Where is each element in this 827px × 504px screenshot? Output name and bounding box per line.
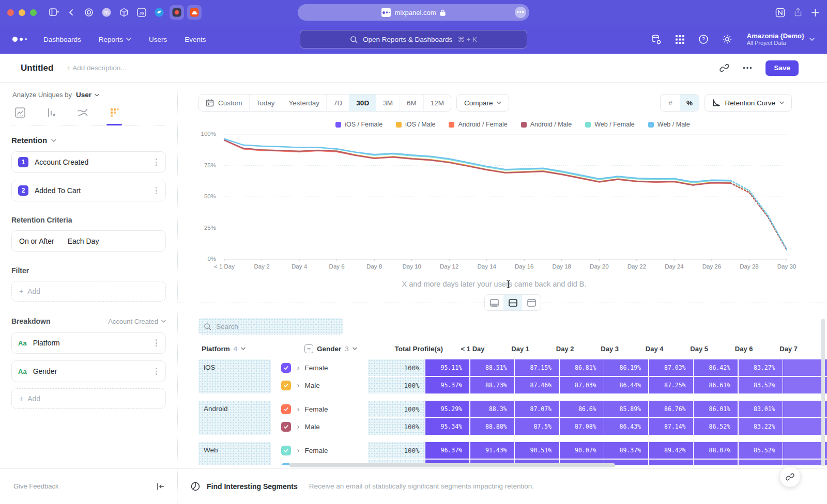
copy-link-icon[interactable] <box>719 63 729 73</box>
legend-item[interactable]: iOS / Male <box>396 121 435 128</box>
retention-value-cell[interactable] <box>783 418 827 435</box>
platform-cell[interactable]: iOS <box>198 359 271 393</box>
day-column-header[interactable]: Day 5 <box>672 345 716 353</box>
share-link-fab[interactable] <box>780 467 800 487</box>
retention-value-cell[interactable]: 88.51% <box>470 359 514 376</box>
count-mode-button[interactable]: # <box>661 94 680 111</box>
expand-chevron-icon[interactable]: › <box>297 446 300 454</box>
range-6m[interactable]: 6M <box>400 94 423 111</box>
retention-value-cell[interactable] <box>783 377 827 393</box>
share-icon[interactable] <box>793 7 803 18</box>
retention-value-cell[interactable]: 87.15% <box>515 359 559 376</box>
retention-value-cell[interactable]: 88.88% <box>470 418 514 435</box>
tab-insights[interactable] <box>14 107 26 118</box>
expand-chevron-icon[interactable]: › <box>297 381 300 389</box>
kebab-menu-icon[interactable] <box>154 185 159 196</box>
extension-soundcloud-icon[interactable] <box>187 5 202 20</box>
collapse-sidebar-icon[interactable] <box>156 482 165 491</box>
global-search-input[interactable]: Open Reports & Dashboards ⌘ + K <box>300 30 527 49</box>
retention-value-cell[interactable]: 87.08% <box>560 418 604 435</box>
add-breakdown-button[interactable]: +Add <box>11 388 166 409</box>
series-checkbox[interactable] <box>281 363 291 373</box>
retention-value-cell[interactable]: 86.81% <box>560 359 604 376</box>
data-management-icon[interactable] <box>651 34 662 45</box>
gender-column-header[interactable]: –Gender3 <box>294 344 391 353</box>
total-profiles-header[interactable]: Total Profile(s) <box>391 345 448 353</box>
platform-cell[interactable]: Web <box>198 442 271 465</box>
retention-value-cell[interactable]: 87.5% <box>515 418 559 435</box>
retention-value-cell[interactable]: 88.34% <box>694 460 738 465</box>
mixpanel-logo[interactable] <box>12 37 27 42</box>
day-column-header[interactable]: Day 2 <box>539 345 583 353</box>
retention-value-cell[interactable]: 86.43% <box>604 418 648 435</box>
tab-flows[interactable] <box>76 107 89 118</box>
nav-users[interactable]: Users <box>149 36 167 43</box>
split-view-button[interactable] <box>503 295 522 310</box>
retention-value-cell[interactable]: 86.19% <box>604 359 648 376</box>
more-actions-icon[interactable] <box>743 67 752 69</box>
compare-button[interactable]: Compare <box>456 94 510 112</box>
expand-chevron-icon[interactable]: › <box>297 422 300 431</box>
horizontal-scrollbar[interactable] <box>289 463 615 467</box>
range-yesterday[interactable]: Yesterday <box>282 94 327 111</box>
nav-events[interactable]: Events <box>185 36 206 43</box>
tab-funnels[interactable] <box>45 107 57 118</box>
retention-value-cell[interactable]: 88.3% <box>470 401 514 417</box>
retention-value-cell[interactable]: 86.6% <box>560 401 604 417</box>
retention-value-cell[interactable]: 87.25% <box>649 377 693 393</box>
platform-cell[interactable]: Android <box>198 401 271 435</box>
criteria-value[interactable]: Each Day <box>68 237 99 245</box>
project-switcher[interactable]: Amazonia {Demo} All Project Data <box>747 32 815 46</box>
day-column-header[interactable]: < 1 Day <box>449 345 493 353</box>
retention-value-cell[interactable]: 89.37% <box>604 442 648 459</box>
retention-value-cell[interactable]: 86.01% <box>694 401 738 417</box>
retention-value-cell[interactable]: 86.52% <box>694 418 738 435</box>
retention-value-cell[interactable]: 85.52% <box>739 442 783 459</box>
report-description-placeholder[interactable]: + Add description... <box>67 64 126 72</box>
criteria-condition[interactable]: On or After <box>19 237 54 245</box>
give-feedback-link[interactable]: Give Feedback <box>13 482 58 490</box>
legend-item[interactable]: Android / Female <box>449 121 507 128</box>
percent-mode-button[interactable]: % <box>680 94 699 111</box>
retention-value-cell[interactable]: 86.76% <box>649 401 693 417</box>
notion-icon[interactable] <box>775 8 785 18</box>
range-3m[interactable]: 3M <box>376 94 400 111</box>
retention-step-1[interactable]: 1 Account Created <box>11 151 166 173</box>
retention-value-cell[interactable] <box>783 401 827 417</box>
retention-value-cell[interactable]: 95.34% <box>425 418 469 435</box>
retention-value-cell[interactable]: 88.07% <box>694 442 738 459</box>
breakdown-gender[interactable]: Aa Gender <box>11 360 166 382</box>
retention-value-cell[interactable]: 87.14% <box>649 418 693 435</box>
range-12m[interactable]: 12M <box>423 94 451 111</box>
extension-cube-icon[interactable] <box>117 5 131 20</box>
retention-value-cell[interactable]: 95.11% <box>425 359 469 376</box>
series-checkbox[interactable] <box>281 381 291 390</box>
retention-value-cell[interactable]: 85.89% <box>604 401 648 417</box>
nav-dashboards[interactable]: Dashboards <box>43 36 81 43</box>
retention-value-cell[interactable]: 86.61% <box>694 377 738 393</box>
table-search-input[interactable]: Search <box>198 318 343 335</box>
settings-gear-icon[interactable] <box>722 34 732 44</box>
retention-value-cell[interactable] <box>783 442 827 459</box>
minimize-window-button[interactable] <box>19 9 25 16</box>
nav-reports[interactable]: Reports <box>99 36 131 43</box>
retention-value-cell[interactable]: 87.07% <box>515 401 559 417</box>
add-filter-button[interactable]: +Add <box>11 281 166 302</box>
legend-item[interactable]: Web / Male <box>648 121 690 128</box>
retention-value-cell[interactable]: 89.46% <box>649 460 693 465</box>
retention-value-cell[interactable]: 88.73% <box>470 377 514 393</box>
retention-value-cell[interactable] <box>783 359 827 376</box>
series-checkbox[interactable] <box>281 404 291 414</box>
retention-criteria-selector[interactable]: On or After Each Day <box>11 230 166 252</box>
kebab-menu-icon[interactable] <box>154 156 159 168</box>
breakdown-event-selector[interactable]: Account Created <box>108 318 166 325</box>
day-column-header[interactable]: Day 4 <box>628 345 672 353</box>
range-today[interactable]: Today <box>249 94 282 111</box>
range-7d[interactable]: 7D <box>326 94 349 111</box>
retention-value-cell[interactable] <box>783 460 827 465</box>
select-all-checkbox[interactable]: – <box>304 344 313 353</box>
analyze-by-selector[interactable]: User <box>76 91 99 99</box>
save-button[interactable]: Save <box>765 60 799 76</box>
extension-record-icon[interactable] <box>170 5 184 20</box>
expand-chevron-icon[interactable]: › <box>297 404 300 413</box>
